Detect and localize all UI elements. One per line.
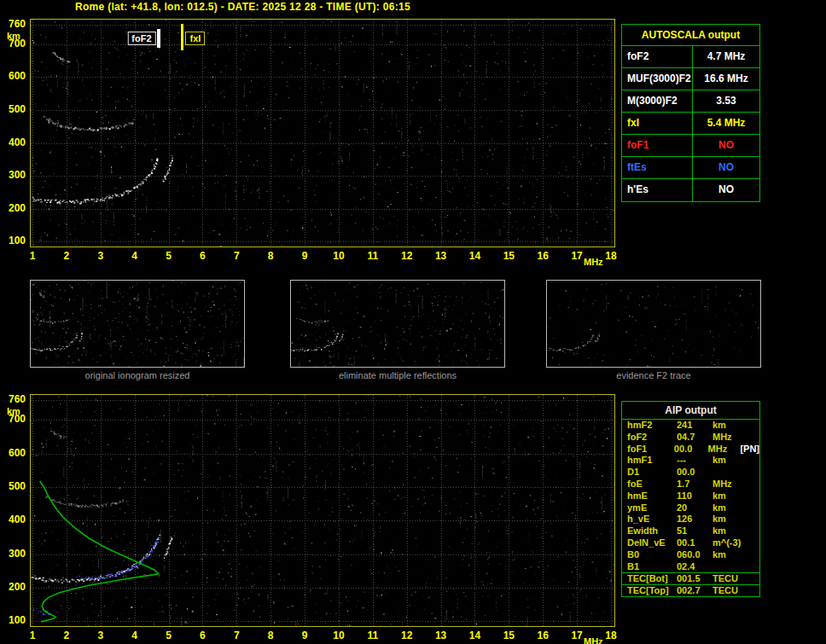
autoscala-row-foF2: foF24.7 MHz	[622, 46, 759, 68]
autoscala-value: 5.4 MHz	[693, 113, 759, 134]
aip-row-hmF2: hmF2241km	[622, 420, 759, 432]
aip-param: DelN_vE	[627, 537, 677, 549]
aip-unit: MHz	[713, 432, 747, 444]
aip-param: foF1	[627, 444, 674, 455]
aip-row-hmE: hmE110km	[622, 490, 759, 502]
x-tick-label: 4	[131, 251, 137, 262]
aip-unit: km	[713, 513, 747, 525]
y-tick-label: 400	[0, 513, 26, 525]
aip-unit: km	[713, 420, 747, 432]
y-tick-label: 500	[0, 103, 26, 115]
aip-unit: km	[713, 549, 747, 561]
aip-value: 00.1	[677, 537, 713, 549]
aip-note	[747, 467, 759, 479]
autoscala-value: NO	[693, 157, 759, 178]
y-tick-label: 700	[0, 413, 26, 425]
aip-unit: TECU	[713, 573, 747, 584]
aip-note: [PN]	[740, 444, 759, 455]
x-tick-label: 10	[333, 251, 344, 262]
thumbnail-eliminate-reflections	[290, 280, 505, 368]
aip-value: ---	[677, 455, 713, 467]
x-tick-label: 2	[64, 630, 70, 641]
aip-value: 060.0	[677, 549, 713, 561]
ionogram-plot-bottom	[30, 394, 615, 627]
aip-note	[747, 561, 759, 573]
aip-param: hmF1	[627, 455, 677, 467]
y-tick-label: 600	[0, 447, 26, 459]
aip-param: hmE	[627, 490, 677, 502]
aip-note	[747, 455, 759, 467]
aip-note	[747, 432, 759, 444]
autoscala-value: 3.53	[693, 90, 759, 112]
x-tick-label: 7	[234, 251, 240, 262]
autoscala-value: NO	[693, 179, 759, 201]
y-tick-label: 300	[0, 548, 26, 560]
x-tick-label: 13	[435, 630, 446, 641]
fof2-marker-label: foF2	[127, 32, 155, 45]
aip-row-D1: D100.0	[622, 467, 759, 479]
autoscala-param: ftEs	[622, 157, 693, 178]
aip-param: D1	[627, 467, 677, 479]
aip-value: 02.4	[677, 561, 713, 573]
autoscala-row-ftEs: ftEsNO	[622, 157, 759, 179]
x-tick-label: 18	[605, 630, 616, 641]
aip-row-foF2: foF204.7MHz	[622, 432, 759, 444]
aip-unit: km	[713, 455, 747, 467]
aip-value: 51	[677, 525, 713, 537]
fxi-marker-label: fxI	[185, 32, 205, 45]
y-tick-label: 760	[0, 393, 26, 405]
aip-unit: MHz	[713, 479, 747, 490]
y-tick-label: 200	[0, 202, 26, 214]
aip-value: 002.7	[677, 585, 713, 596]
aip-value: 126	[677, 513, 713, 525]
autoscala-value: NO	[693, 135, 759, 156]
x-tick-label: 17	[571, 630, 582, 641]
x-tick-label: 16	[538, 630, 549, 641]
autoscala-table-header: AUTOSCALA output	[622, 25, 759, 46]
aip-row-hmF1: hmF1---km	[622, 455, 759, 467]
x-tick-label: 17	[571, 251, 582, 262]
x-tick-label: 3	[97, 630, 103, 641]
aip-unit: km	[713, 525, 747, 537]
x-tick-label: 15	[503, 630, 515, 641]
aip-param: B0	[627, 549, 677, 561]
aip-row-Ewidth: Ewidth51km	[622, 525, 759, 537]
aip-table-header: AIP output	[622, 402, 759, 420]
aip-row-TEC[Top]: TEC[Top]002.7TECU	[622, 584, 759, 596]
x-tick-label: 11	[367, 251, 378, 262]
autoscala-value: 4.7 MHz	[693, 46, 759, 67]
y-tick-label: 100	[0, 614, 26, 626]
aip-param: Ewidth	[627, 525, 677, 537]
aip-row-DelN_vE: DelN_vE00.1m^(-3)	[622, 537, 759, 549]
x-tick-label: 6	[200, 630, 206, 641]
autoscala-param: fxI	[622, 113, 693, 134]
x-tick-label: 18	[605, 251, 616, 262]
x-tick-label: 5	[166, 251, 172, 262]
aip-value: 20	[677, 502, 713, 514]
autoscala-row-h'Es: h'EsNO	[622, 179, 759, 201]
aip-unit	[713, 467, 747, 479]
aip-row-foF1: foF100.0MHz[PN]	[622, 444, 759, 455]
y-tick-label: 500	[0, 480, 26, 492]
autoscala-row-foF1: foF1NO	[622, 135, 759, 157]
aip-note	[747, 479, 759, 490]
x-tick-label: 3	[97, 251, 103, 262]
x-tick-label: 11	[367, 630, 378, 641]
x-tick-label: 9	[302, 630, 308, 641]
aip-value: 241	[677, 420, 713, 432]
x-tick-label: 8	[268, 251, 274, 262]
aip-row-h_vE: h_vE126km	[622, 513, 759, 525]
aip-note	[747, 573, 759, 584]
y-tick-label: 300	[0, 169, 26, 181]
x-tick-label: 7	[234, 630, 240, 641]
x-tick-label: 6	[200, 251, 206, 262]
aip-row-ymE: ymE20km	[622, 502, 759, 514]
autoscala-table-body: foF24.7 MHzMUF(3000)F216.6 MHzM(3000)F23…	[622, 46, 759, 201]
x-tick-label: 1	[30, 251, 36, 262]
x-tick-label: 12	[401, 630, 412, 641]
x-axis-unit-bottom: MHz	[584, 636, 603, 644]
aip-value: 1.7	[677, 479, 713, 490]
thumbnail-caption-original: original ionogram resized	[30, 370, 245, 380]
y-tick-label: 760	[0, 18, 26, 30]
thumbnail-caption-reflections: eliminate multiple reflections	[290, 370, 505, 380]
